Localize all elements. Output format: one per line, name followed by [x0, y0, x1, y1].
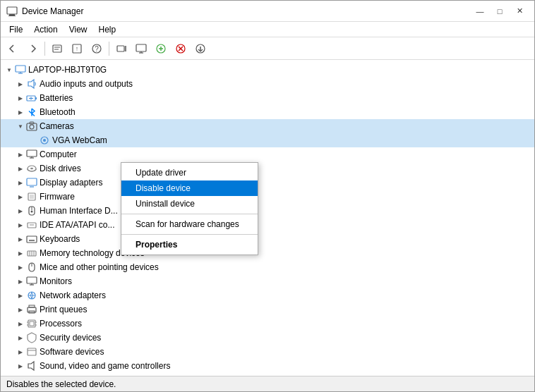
- svg-marker-79: [28, 362, 34, 370]
- security-icon: [26, 332, 37, 343]
- processors-expand-icon: ▶: [15, 318, 26, 329]
- context-menu-scan-hardware[interactable]: Scan for hardware changes: [121, 216, 258, 232]
- sound-expand-icon: ▶: [15, 360, 26, 372]
- svg-rect-28: [35, 97, 37, 99]
- device-manager-window: Device Manager — □ ✕ File Action View He…: [0, 0, 535, 392]
- tree-root[interactable]: ▼ LAPTOP-HBJT9T0G: [1, 63, 534, 77]
- tree-item-audio-label: Audio inputs and outputs: [40, 79, 133, 89]
- properties-button[interactable]: [48, 39, 66, 58]
- back-button[interactable]: [4, 39, 22, 58]
- maximize-button[interactable]: □: [491, 4, 509, 18]
- tree-item-mice-label: Mice and other pointing devices: [40, 262, 159, 272]
- toolbar: ↑ ?: [1, 37, 534, 60]
- tree-item-vga-webcam[interactable]: VGA WebCam: [1, 133, 534, 147]
- tree-item-sound[interactable]: ▶ Sound, video and game controllers: [1, 359, 534, 373]
- keyboards-expand-icon: ▶: [15, 233, 26, 245]
- firmware-icon: [26, 191, 37, 202]
- tree-item-audio[interactable]: ▶ Audio inputs and outputs: [1, 77, 534, 91]
- tree-item-keyboards[interactable]: ▶ Keyboards: [1, 232, 534, 246]
- toolbar-sep-2: [109, 42, 109, 56]
- security-expand-icon: ▶: [15, 332, 26, 343]
- tree-item-hid[interactable]: ▶ Human Interface D...: [1, 204, 534, 218]
- tree-item-ide-label: IDE ATA/ATAPI co...: [40, 220, 114, 230]
- computer-expand-icon: ▶: [15, 149, 26, 160]
- toolbar-sep-1: [44, 42, 45, 56]
- tree-item-sound-label: Sound, video and game controllers: [40, 361, 170, 371]
- menu-help[interactable]: Help: [93, 23, 122, 36]
- tree-item-print[interactable]: ▶ Print queues: [1, 302, 534, 317]
- tree-item-print-label: Print queues: [40, 305, 87, 314]
- help-button[interactable]: ?: [88, 39, 106, 58]
- context-menu-properties[interactable]: Properties: [121, 237, 258, 252]
- add-button[interactable]: [152, 39, 170, 58]
- tree-item-display[interactable]: ▶ Display adapters: [1, 176, 534, 190]
- menu-bar: File Action View Help: [1, 22, 534, 37]
- context-menu-update-driver[interactable]: Update driver: [121, 165, 258, 180]
- tree-item-network-label: Network adapters: [40, 290, 106, 300]
- bluetooth-icon: [26, 106, 37, 118]
- tree-item-processors[interactable]: ▶ Processors: [1, 317, 534, 331]
- context-menu-uninstall-device[interactable]: Uninstall device: [121, 196, 258, 212]
- context-menu: Update driver Disable device Uninstall d…: [121, 162, 258, 255]
- tree-item-batteries[interactable]: ▶ Batteries: [1, 91, 534, 105]
- tree-item-ide[interactable]: ▶ IDE ATA/ATAPI co...: [1, 218, 534, 232]
- tree-item-security[interactable]: ▶ Security devices: [1, 331, 534, 345]
- tree-item-monitors-label: Monitors: [40, 276, 72, 286]
- tree-item-storage[interactable]: ▶ Storage controllers: [1, 373, 534, 376]
- tree-item-display-label: Display adapters: [40, 178, 102, 188]
- tree-item-disk-label: Disk drives: [40, 164, 81, 173]
- tree-item-mice[interactable]: ▶ Mice and other pointing devices: [1, 260, 534, 274]
- menu-view[interactable]: View: [64, 23, 93, 36]
- root-expand-icon: ▼: [4, 64, 15, 75]
- menu-file[interactable]: File: [4, 23, 28, 36]
- status-text: Disables the selected device.: [6, 379, 116, 389]
- tree-view[interactable]: ▼ LAPTOP-HBJT9T0G ▶: [1, 60, 534, 376]
- scan-button[interactable]: [112, 39, 131, 58]
- monitor-button[interactable]: [132, 39, 150, 58]
- tree-item-network[interactable]: ▶ Network adapters: [1, 288, 534, 302]
- download-button[interactable]: [191, 39, 210, 58]
- hid-icon: [26, 205, 37, 216]
- svg-rect-72: [30, 321, 34, 326]
- svg-rect-52: [27, 236, 37, 243]
- tree-item-software[interactable]: ▶ Software devices: [1, 345, 534, 359]
- context-menu-disable-device[interactable]: Disable device: [121, 180, 258, 196]
- tree-item-firmware-label: Firmware: [40, 192, 75, 202]
- display-icon: [26, 177, 37, 188]
- webcam-icon: [39, 135, 50, 146]
- tree-item-bluetooth[interactable]: ▶ Bluetooth: [1, 105, 534, 119]
- svg-marker-26: [28, 80, 34, 88]
- context-menu-sep-2: [121, 234, 258, 235]
- svg-text:?: ?: [95, 45, 99, 53]
- forward-button[interactable]: [23, 39, 42, 58]
- network-expand-icon: ▶: [15, 290, 26, 301]
- hid-expand-icon: ▶: [15, 205, 26, 216]
- main-content: ▼ LAPTOP-HBJT9T0G ▶: [1, 60, 534, 376]
- keyboard-icon: [26, 233, 37, 245]
- svg-rect-43: [27, 178, 37, 185]
- tree-item-cameras[interactable]: ▼ Cameras: [1, 119, 534, 133]
- app-icon: [6, 6, 18, 17]
- tree-item-monitors[interactable]: ▶ Monitors: [1, 274, 534, 288]
- memory-icon: [26, 247, 37, 259]
- display-expand-icon: ▶: [15, 177, 26, 188]
- uninstall-button[interactable]: [172, 39, 190, 58]
- mice-expand-icon: ▶: [15, 262, 26, 273]
- tree-root-label: LAPTOP-HBJT9T0G: [28, 65, 107, 75]
- svg-rect-1: [9, 14, 15, 16]
- storage-expand-icon: ▶: [15, 374, 26, 376]
- minimize-button[interactable]: —: [471, 4, 489, 18]
- svg-rect-10: [117, 46, 124, 51]
- tree-item-computer[interactable]: ▶ Computer: [1, 147, 534, 161]
- update-driver-button[interactable]: ↑: [68, 39, 86, 58]
- menu-action[interactable]: Action: [28, 23, 63, 36]
- tree-item-disk[interactable]: ▶ Disk drives: [1, 161, 534, 176]
- close-button[interactable]: ✕: [510, 4, 529, 18]
- ide-icon: [26, 219, 37, 231]
- svg-rect-36: [27, 150, 37, 157]
- tree-item-memory[interactable]: ▶ Memory technology devices: [1, 246, 534, 260]
- tree-item-firmware[interactable]: ▶ Firmware: [1, 190, 534, 204]
- tree-item-processors-label: Processors: [40, 319, 82, 329]
- ide-expand-icon: ▶: [15, 219, 26, 231]
- storage-icon: [26, 374, 37, 376]
